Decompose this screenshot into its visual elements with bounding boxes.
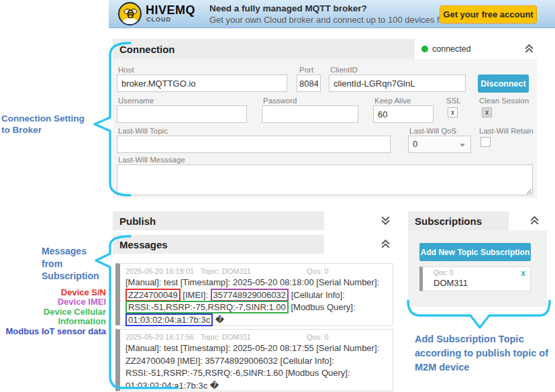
messages-note-line3: Subscription [42,270,99,283]
subscriptions-section: Subscriptions [408,211,547,230]
subscription-note-line1: Add Subscription Topic [415,332,552,346]
cellular-label: [Cellular Info]: [291,290,345,300]
brand-name: HIVEMQ [146,3,195,17]
clientid-input[interactable] [329,75,466,92]
subscription-brace [406,297,552,332]
port-label: Port [299,66,313,74]
subscriptions-panel: Add New Topic Subscription Qos: 0 x DOM3… [408,230,547,307]
legend-modbus-data: Modbus IoT sensor data [0,327,106,336]
legend-device-cellular: Device Cellular Information [0,307,106,327]
disconnect-button[interactable]: Disconnect [478,75,529,93]
subscription-item: Qos: 0 x DOM311 [419,266,531,291]
banner-subheadline: Get your own Cloud broker and connect up… [209,15,467,25]
connection-status: connected [415,39,537,59]
select-caret-icon [460,144,465,147]
modbus-label: [Modbus Query]: [291,302,355,312]
hivemq-logo-icon [118,2,142,26]
imei-label: [IMEI]: [183,290,208,300]
message-1-qos: Qos: 0 [307,267,328,275]
port-input[interactable] [297,75,321,92]
connection-header: Connection [113,39,415,59]
add-new-topic-subscription-button[interactable]: Add New Topic Subscription [419,243,531,261]
ssl-checkbox[interactable]: x [448,107,458,117]
connection-panel: Connection connected Host Port ClientID … [113,39,537,198]
legend-device-imei: Device IMEI [0,297,106,307]
banner-headline: Need a fully managed MQTT broker? [209,3,367,13]
lastwill-qos-value: 0 [413,139,417,149]
highlight-legend: Device S/N Device IMEI Device Cellular I… [0,288,106,336]
clean-session-label: Clean Session [479,97,529,105]
messages-from-subscription-note: Messages from Subscription [42,245,99,283]
subscriptions-title: Subscriptions [415,215,482,227]
collapse-connection-chevron-icon[interactable] [523,43,535,54]
message-2-qos: Qos: 0 [307,333,328,341]
password-input[interactable] [262,105,358,123]
add-subscription-topic-note: Add Subscription Topic according to publ… [415,332,552,375]
subscriptions-header: Subscriptions [408,211,509,230]
connected-dot-icon [421,46,428,52]
clean-session-checkbox[interactable]: x [482,107,492,117]
connection-brace [93,39,133,200]
message-1-topic: Topic: DOM311 [201,267,307,275]
keepalive-input[interactable] [373,105,434,123]
remove-subscription-button[interactable]: x [521,268,525,278]
connection-note-line2: to Broker [1,125,85,136]
connected-label: connected [432,44,471,54]
keepalive-label: Keep Alive [374,97,411,105]
username-input[interactable] [117,105,247,123]
lastwill-retain-label: Last-Will Retain [479,127,534,135]
collapse-subscriptions-chevron-icon[interactable] [529,215,540,226]
messages-note-line1: Messages [42,245,99,258]
connection-note-line1: Connection Setting [1,113,85,125]
publish-section: Publish [113,211,396,230]
expand-publish-chevron-icon[interactable] [380,215,391,226]
subscription-qos: Qos: 0 [434,269,453,277]
brand-subname: CLOUD [146,16,171,23]
legend-device-sn: Device S/N [0,288,106,297]
logo-cloud-shape [122,18,138,26]
subscription-note-line3: M2M device [415,360,552,375]
subscription-note-line2: according to publish topic of [415,346,552,360]
password-label: Password [263,97,297,105]
publish-title: Publish [119,215,156,227]
clientid-label: ClientID [330,66,358,74]
lastwill-qos-select[interactable]: 0 [408,136,471,153]
messages-brace [93,232,180,392]
message-2-topic: Topic: DOM311 [201,333,307,341]
lastwill-message-textarea[interactable] [117,164,533,195]
connection-setting-note: Connection Setting to Broker [1,113,85,136]
ssl-label: SSL [446,97,461,105]
subscription-topic: DOM311 [434,278,468,288]
collapse-messages-chevron-icon[interactable] [380,238,391,250]
replacement-char: � [210,381,219,391]
hivemq-banner: HIVEMQ CLOUD Need a fully managed MQTT b… [109,0,555,28]
get-free-account-button[interactable]: Get your free account [440,5,537,23]
lastwill-qos-label: Last-Will QoS [409,127,456,135]
host-input[interactable] [117,75,287,92]
replacement-char: � [215,315,224,325]
publish-header: Publish [113,211,324,230]
messages-note-line2: from [42,258,99,271]
lastwill-retain-checkbox[interactable] [481,137,491,147]
imei-highlight: 357748929006032 [211,289,289,301]
lastwill-topic-input[interactable] [117,136,391,153]
